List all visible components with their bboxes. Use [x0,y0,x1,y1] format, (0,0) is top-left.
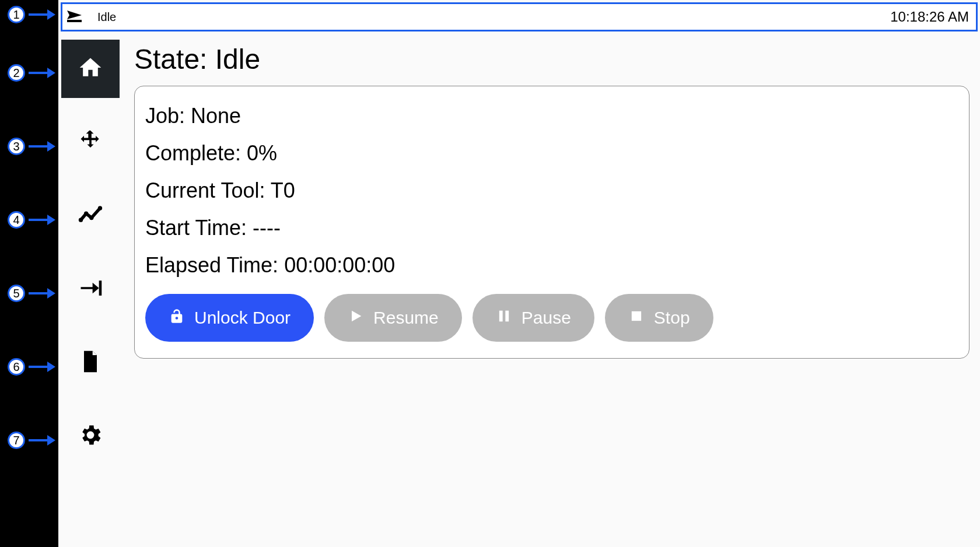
resume-button[interactable]: Resume [324,294,462,342]
callout-number: 6 [8,358,25,376]
main-content: State: Idle Job: None Complete: 0% Curre… [123,31,980,547]
top-bar-left: Idle [67,9,116,25]
tool-row: Current Tool: T0 [145,175,958,206]
complete-label: Complete: [145,141,247,165]
complete-row: Complete: 0% [145,138,958,169]
callout-number: 5 [8,285,25,302]
arrow-icon [29,439,51,441]
arrow-icon [29,13,51,16]
app: Idle 10:18:26 AM [58,0,980,547]
callout-6: 6 [8,358,51,376]
gear-icon [78,422,103,450]
start-time-label: Start Time: [145,216,253,240]
button-row: Unlock Door Resume Pause [145,294,958,342]
callout-5: 5 [8,285,51,302]
complete-value: 0% [247,141,277,165]
callout-number: 7 [8,432,25,449]
arrow-right-bar-icon [78,275,103,303]
sidebar-item-settings[interactable] [61,407,120,465]
svg-rect-1 [67,20,82,22]
arrow-icon [29,145,51,148]
top-bar: Idle 10:18:26 AM [61,2,978,31]
job-row: Job: None [145,100,958,132]
sidebar-item-file[interactable] [61,334,120,392]
stop-icon [628,308,645,328]
button-label: Stop [654,308,690,328]
page-title: State: Idle [134,43,970,75]
sidebar-item-arrow-end[interactable] [61,260,120,318]
svg-rect-6 [99,280,102,296]
pause-icon [496,308,512,328]
elapsed-value: 00:00:00:00 [284,253,395,277]
file-icon [78,349,103,377]
pause-button[interactable]: Pause [473,294,594,342]
status-panel: Job: None Complete: 0% Current Tool: T0 … [134,86,970,359]
arrow-icon [29,292,51,294]
move-icon [78,128,103,156]
button-label: Pause [522,308,571,328]
svg-point-4 [89,216,93,220]
job-label: Job: [145,104,191,128]
callout-1: 1 [8,6,51,23]
svg-point-5 [98,206,102,210]
arrow-icon [29,366,51,368]
elapsed-label: Elapsed Time: [145,253,284,277]
arrow-icon [29,219,51,221]
unlock-icon [169,308,185,328]
sidebar-item-move[interactable] [61,113,120,171]
sidebar [58,31,123,547]
unlock-door-button[interactable]: Unlock Door [145,294,314,342]
title-value: Idle [215,44,260,75]
logo-icon [67,9,87,25]
sidebar-item-chart[interactable] [61,187,120,245]
status-text: Idle [97,10,116,24]
svg-point-2 [79,218,83,222]
svg-marker-0 [67,10,82,19]
svg-marker-7 [352,310,361,321]
arrow-icon [29,72,51,74]
callout-4: 4 [8,211,51,229]
start-time-value: ---- [253,216,281,240]
callout-number: 2 [8,64,25,82]
svg-point-3 [84,212,88,216]
callout-number: 3 [8,138,25,155]
sidebar-item-home[interactable] [61,40,120,98]
tool-value: T0 [271,178,295,202]
callout-3: 3 [8,138,51,155]
tool-label: Current Tool: [145,178,271,202]
button-label: Resume [373,308,439,328]
stop-button[interactable]: Stop [605,294,713,342]
svg-rect-9 [505,310,509,321]
callout-2: 2 [8,64,51,82]
svg-rect-10 [632,311,641,320]
body: State: Idle Job: None Complete: 0% Curre… [58,31,980,547]
start-time-row: Start Time: ---- [145,212,958,244]
title-prefix: State: [134,44,215,75]
button-label: Unlock Door [194,308,290,328]
chart-icon [78,202,103,230]
callout-7: 7 [8,432,51,449]
svg-rect-8 [499,310,503,321]
job-value: None [191,104,241,128]
clock-text: 10:18:26 AM [890,9,969,25]
home-icon [78,55,103,83]
callout-number: 1 [8,6,25,23]
elapsed-row: Elapsed Time: 00:00:00:00 [145,250,958,281]
callout-gutter: 1 2 3 4 5 6 7 [0,0,58,547]
callout-number: 4 [8,211,25,229]
play-icon [348,308,364,328]
